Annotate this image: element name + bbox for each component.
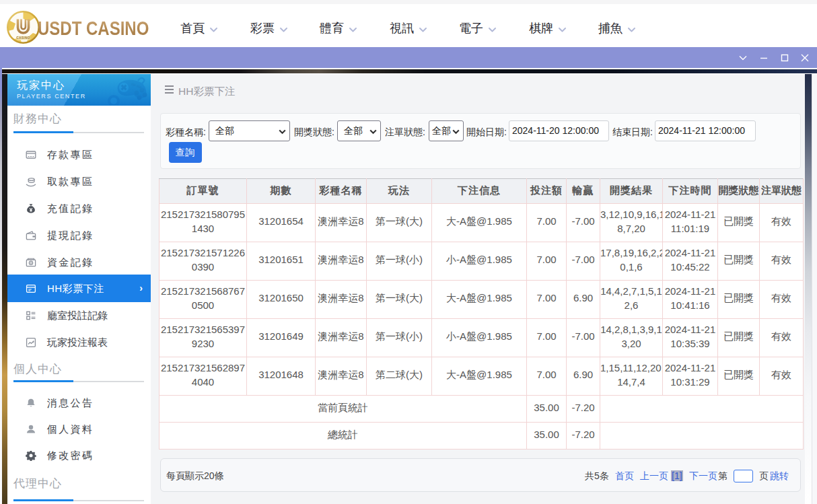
svg-text:CASINO: CASINO	[16, 36, 30, 40]
